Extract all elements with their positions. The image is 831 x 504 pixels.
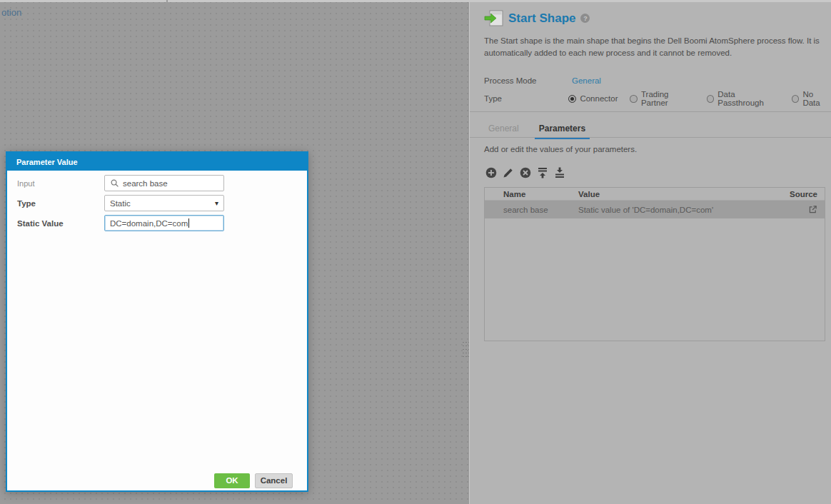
process-mode-row: Process Mode General: [484, 74, 601, 87]
parameters-instructions: Add or edit the values of your parameter…: [484, 145, 637, 153]
panel-resize-handle[interactable]: [462, 341, 469, 360]
delete-icon[interactable]: [520, 167, 531, 178]
panel-title: Start Shape: [508, 11, 575, 26]
process-mode-link[interactable]: General: [572, 76, 601, 85]
radio-connector[interactable]: Connector: [568, 94, 618, 103]
edit-icon[interactable]: [503, 167, 514, 178]
move-to-top-icon[interactable]: [537, 167, 548, 178]
radio-unselected-icon: [707, 95, 714, 103]
parameter-value-cell: Static value of 'DC=domain,DC=com': [578, 206, 780, 214]
radio-selected-icon: [568, 95, 576, 103]
radio-data-passthrough[interactable]: Data Passthrough: [707, 90, 780, 107]
type-select[interactable]: Static: [104, 195, 224, 211]
radio-trading-partner[interactable]: Trading Partner: [630, 90, 694, 107]
panel-description: The Start shape is the main shape that b…: [484, 35, 821, 59]
static-value-field-row: Static Value DC=domain,DC=com: [7, 215, 224, 231]
top-strip: [0, 0, 831, 2]
section-divider: [470, 111, 831, 112]
input-field-value: search base: [123, 179, 168, 188]
start-shape-icon: [484, 10, 503, 26]
parameters-table: Name Value Source search base Static val…: [484, 187, 825, 341]
type-row: Type Connector Trading Partner Data Pass…: [484, 92, 831, 105]
input-field-row: Input search base: [7, 175, 224, 191]
radio-unselected-icon: [792, 95, 799, 103]
parameter-source-cell: [780, 205, 825, 214]
process-mode-label: Process Mode: [484, 76, 572, 85]
column-header-source: Source: [780, 190, 825, 198]
search-icon: [110, 178, 119, 188]
start-shape-panel: Start Shape ? The Start shape is the mai…: [469, 0, 831, 504]
cancel-button[interactable]: Cancel: [255, 473, 293, 488]
parameters-toolbar: [485, 167, 565, 178]
input-search-field[interactable]: search base: [104, 175, 224, 191]
type-label: Type: [484, 94, 568, 103]
table-header-row: Name Value Source: [485, 188, 825, 201]
dialog-title-bar: Parameter Value: [7, 153, 307, 171]
static-value-input[interactable]: DC=domain,DC=com: [104, 215, 224, 231]
column-header-value: Value: [578, 190, 780, 198]
type-radio-group: Connector Trading Partner Data Passthrou…: [568, 90, 831, 107]
type-field-label: Type: [17, 199, 104, 208]
parameter-value-dialog: Parameter Value Input search base Type S…: [6, 151, 308, 492]
column-header-name: Name: [485, 190, 578, 198]
top-strip-notch: [166, 0, 168, 2]
input-label: Input: [17, 179, 104, 188]
panel-header: Start Shape ?: [484, 10, 590, 26]
text-cursor: [188, 218, 189, 228]
static-value-label: Static Value: [17, 219, 104, 228]
tab-divider: [470, 137, 831, 138]
add-icon[interactable]: [485, 167, 497, 178]
parameter-name-cell: search base: [485, 206, 578, 214]
table-row[interactable]: search base Static value of 'DC=domain,D…: [485, 201, 825, 218]
ok-button[interactable]: OK: [214, 473, 250, 488]
type-select-value: Static: [110, 199, 131, 208]
move-to-bottom-icon[interactable]: [554, 167, 565, 178]
canvas-partial-link[interactable]: otion: [1, 7, 21, 18]
radio-no-data[interactable]: No Data: [792, 90, 831, 107]
help-icon[interactable]: ?: [580, 14, 590, 23]
type-field-row: Type Static: [7, 195, 224, 211]
dialog-title: Parameter Value: [16, 158, 78, 166]
external-link-icon[interactable]: [808, 205, 817, 214]
static-value-text: DC=domain,DC=com: [110, 219, 188, 228]
radio-unselected-icon: [630, 95, 637, 103]
